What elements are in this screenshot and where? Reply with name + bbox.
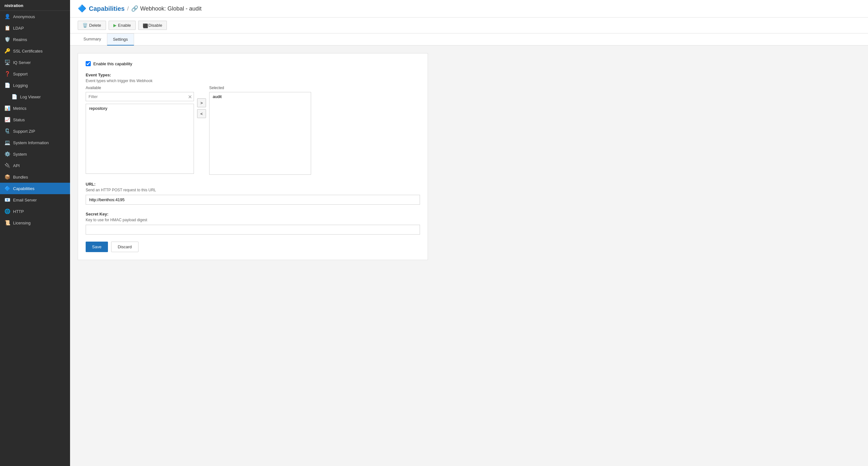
- system-icon: ⚙️: [4, 151, 10, 157]
- webhook-icon: 🔗: [131, 5, 138, 12]
- bundles-icon: 📦: [4, 174, 10, 180]
- secret-key-label: Secret Key:: [86, 212, 420, 216]
- filter-input[interactable]: [86, 92, 194, 101]
- log-viewer-icon: 📄: [11, 94, 18, 100]
- selected-list-wrapper: Selected audit: [209, 86, 311, 175]
- tab-settings[interactable]: Settings: [107, 33, 134, 45]
- ldap-icon: 📋: [4, 25, 10, 31]
- email-server-icon: 📧: [4, 197, 10, 203]
- action-buttons: Save Discard: [86, 242, 420, 252]
- toolbar: 🗑️ Delete ▶ Enable ⬛ Disable: [70, 18, 868, 33]
- secret-key-section: Secret Key: Key to use for HMAC payload …: [86, 212, 420, 235]
- selected-list-box[interactable]: audit: [209, 92, 311, 175]
- dual-list-container: Available ✕ repository >: [86, 86, 420, 175]
- available-list-box[interactable]: repository: [86, 104, 194, 174]
- sidebar-item-realms[interactable]: 🛡️ Realms: [0, 34, 70, 45]
- sidebar-item-bundles[interactable]: 📦 Bundles: [0, 171, 70, 183]
- tab-summary[interactable]: Summary: [78, 33, 107, 45]
- list-item-repository[interactable]: repository: [86, 104, 194, 113]
- selected-label: Selected: [209, 86, 311, 90]
- logging-icon: 📄: [4, 83, 10, 88]
- available-list-wrapper: Available ✕ repository: [86, 86, 194, 174]
- discard-button[interactable]: Discard: [111, 242, 138, 252]
- http-icon: 🌐: [4, 209, 10, 214]
- realms-icon: 🛡️: [4, 37, 10, 42]
- disable-button[interactable]: ⬛ Disable: [138, 21, 167, 30]
- available-label: Available: [86, 86, 194, 90]
- enable-capability-row: Enable this capability: [86, 61, 420, 66]
- capabilities-breadcrumb-icon: 🔷: [78, 4, 86, 13]
- sidebar-item-status[interactable]: 📈 Status: [0, 114, 70, 125]
- save-button[interactable]: Save: [86, 242, 108, 252]
- capabilities-icon: 🔷: [4, 186, 10, 191]
- sidebar-item-ldap[interactable]: 📋 LDAP: [0, 22, 70, 34]
- api-icon: 🔌: [4, 163, 10, 168]
- url-input[interactable]: [86, 195, 420, 205]
- user-icon: 👤: [4, 14, 10, 20]
- sidebar-item-support-zip[interactable]: 🗜️ Support ZIP: [0, 125, 70, 137]
- iq-server-icon: 🖥️: [4, 60, 10, 65]
- delete-button[interactable]: 🗑️ Delete: [78, 21, 106, 30]
- play-icon: ▶: [113, 23, 117, 28]
- sidebar-item-api[interactable]: 🔌 API: [0, 160, 70, 171]
- ssl-icon: 🔑: [4, 48, 10, 54]
- sidebar-item-email-server[interactable]: 📧 Email Server: [0, 194, 70, 206]
- enable-capability-checkbox[interactable]: [86, 61, 91, 66]
- system-information-icon: 💻: [4, 140, 10, 146]
- transfer-right-button[interactable]: >: [197, 98, 206, 107]
- list-item-audit[interactable]: audit: [210, 92, 311, 101]
- sidebar-item-iq-server[interactable]: 🖥️ IQ Server: [0, 57, 70, 68]
- sidebar-item-logging[interactable]: 📄 Logging: [0, 80, 70, 91]
- status-icon: 📈: [4, 117, 10, 123]
- filter-input-wrapper: ✕: [86, 92, 194, 101]
- url-label: URL:: [86, 182, 420, 187]
- content-area: Enable this capability Event Types: Even…: [70, 45, 868, 466]
- sidebar-item-support[interactable]: ❓ Support: [0, 68, 70, 80]
- sidebar-item-system-information[interactable]: 💻 System Information: [0, 137, 70, 148]
- event-types-label: Event Types:: [86, 72, 420, 77]
- url-section: URL: Send an HTTP POST request to this U…: [86, 182, 420, 205]
- support-icon: ❓: [4, 71, 10, 77]
- settings-panel: Enable this capability Event Types: Even…: [78, 53, 428, 260]
- secret-key-input[interactable]: [86, 225, 420, 235]
- transfer-left-button[interactable]: <: [197, 109, 206, 118]
- sidebar-item-capabilities[interactable]: 🔷 Capabilities: [0, 183, 70, 194]
- breadcrumb-separator: /: [127, 5, 129, 12]
- sidebar-item-log-viewer[interactable]: 📄 Log Viewer: [0, 91, 70, 102]
- breadcrumb-sub: 🔗 Webhook: Global - audit: [131, 5, 202, 12]
- licensing-icon: 📜: [4, 220, 10, 226]
- stop-icon: ⬛: [143, 24, 147, 27]
- sidebar: nistration 👤 Anonymous 📋 LDAP 🛡️ Realms …: [0, 0, 70, 466]
- enable-button[interactable]: ▶ Enable: [108, 21, 136, 30]
- sidebar-item-licensing[interactable]: 📜 Licensing: [0, 217, 70, 228]
- enable-capability-label[interactable]: Enable this capability: [93, 61, 132, 66]
- support-zip-icon: 🗜️: [4, 128, 10, 134]
- filter-clear-icon[interactable]: ✕: [188, 94, 192, 100]
- transfer-buttons: > <: [194, 98, 209, 118]
- secret-key-desc: Key to use for HMAC payload digest: [86, 218, 420, 222]
- sidebar-top-label: nistration: [0, 0, 70, 11]
- sidebar-item-ssl-certificates[interactable]: 🔑 SSL Certificates: [0, 45, 70, 57]
- tabs-bar: Summary Settings: [70, 33, 868, 45]
- sidebar-item-anonymous[interactable]: 👤 Anonymous: [0, 11, 70, 22]
- breadcrumb-main[interactable]: Capabilities: [89, 5, 124, 12]
- event-types-section: Event Types: Event types which trigger t…: [86, 72, 420, 175]
- metrics-icon: 📊: [4, 105, 10, 111]
- event-types-desc: Event types which trigger this Webhook: [86, 79, 420, 83]
- sidebar-item-system[interactable]: ⚙️ System: [0, 148, 70, 160]
- delete-icon: 🗑️: [83, 23, 88, 28]
- url-desc: Send an HTTP POST request to this URL: [86, 188, 420, 192]
- sidebar-item-metrics[interactable]: 📊 Metrics: [0, 102, 70, 114]
- breadcrumb: 🔷 Capabilities / 🔗 Webhook: Global - aud…: [70, 0, 868, 18]
- main-content: 🔷 Capabilities / 🔗 Webhook: Global - aud…: [70, 0, 868, 466]
- sidebar-item-http[interactable]: 🌐 HTTP: [0, 206, 70, 217]
